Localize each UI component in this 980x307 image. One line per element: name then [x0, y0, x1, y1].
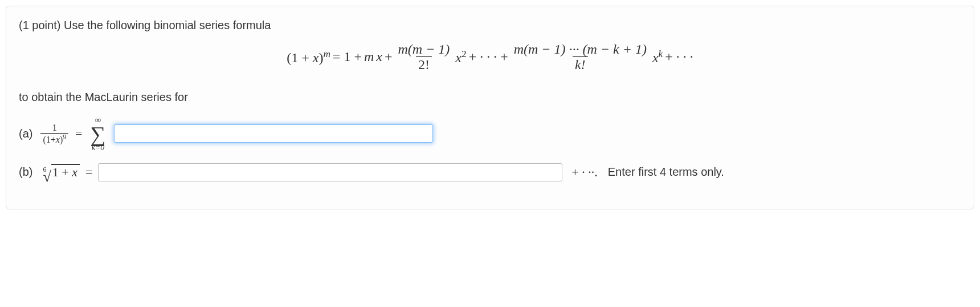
part-b-root: 6 √ 1 + x	[39, 164, 79, 180]
part-b-input[interactable]	[98, 163, 562, 181]
term2-num: m(m − 1)	[395, 42, 452, 56]
part-a-den-var: x	[56, 135, 60, 144]
lhs-exp: m	[323, 49, 330, 59]
part-a-den: (1+x)9	[40, 133, 68, 145]
summation-symbol: ∞ ∑ k=0	[90, 116, 105, 152]
term2-xpow: x2	[455, 49, 466, 66]
sigma-icon: ∑	[90, 124, 105, 144]
part-a-num: 1	[50, 123, 59, 133]
lhs-open: (1 +	[287, 50, 313, 65]
problem-container: (1 point) Use the following binomial ser…	[6, 6, 974, 209]
radicand-pre: 1 +	[52, 165, 72, 179]
radicand: 1 + x	[51, 164, 80, 180]
formula-trail: + · · ·	[665, 49, 693, 64]
part-b-trail-text: Enter first 4 terms only.	[608, 165, 724, 179]
radicand-var: x	[72, 165, 77, 179]
term2-fraction: m(m − 1) 2!	[395, 42, 452, 72]
formula-eq: = 1 +	[333, 49, 362, 64]
radical-icon: √	[43, 172, 51, 181]
part-b-label: (b)	[19, 165, 32, 179]
plus-dots: + · · · +	[469, 49, 508, 64]
part-a-den-exp: 9	[63, 134, 66, 140]
part-b-trail-math: + · ··.	[571, 165, 597, 180]
term2-den: 2!	[416, 56, 432, 72]
term-mx-x: x	[376, 49, 382, 64]
termk-num: m(m − 1) ··· (m − k + 1)	[512, 42, 649, 56]
termk-exp: k	[659, 49, 663, 59]
part-a-input[interactable]	[114, 124, 433, 143]
binomial-formula: (1 + x)m = 1 + mx + m(m − 1) 2! x2 + · ·…	[19, 42, 961, 72]
part-b-eq: =	[85, 165, 92, 180]
sum-lower: k=0	[92, 144, 105, 152]
termk-den: k!	[573, 56, 588, 72]
problem-intro-line: (1 point) Use the following binomial ser…	[19, 17, 961, 34]
formula-lhs: (1 + x)m	[287, 49, 330, 66]
term2-exp: 2	[462, 49, 467, 59]
termk-xpow: xk	[652, 49, 663, 66]
plus-1: +	[385, 49, 393, 64]
points-label: (1 point)	[19, 19, 64, 31]
part-a-label: (a)	[19, 127, 32, 140]
part-a-row: (a) 1 (1+x)9 = ∞ ∑ k=0	[19, 116, 961, 152]
part-b-row: (b) 6 √ 1 + x = + · ··. Enter first 4 te…	[19, 163, 961, 181]
lhs-var: x	[313, 50, 319, 65]
termk-x: x	[652, 50, 659, 65]
intro-text: Use the following binomial series formul…	[64, 19, 271, 31]
part-a-den-open: (1+	[43, 135, 55, 144]
term-mx-m: m	[364, 49, 374, 64]
term2-x: x	[455, 50, 462, 65]
part-a-expression: 1 (1+x)9	[40, 123, 68, 145]
termk-fraction: m(m − 1) ··· (m − k + 1) k!	[512, 42, 649, 72]
part-a-eq: =	[75, 126, 82, 141]
problem-outro-line: to obtain the MacLaurin series for	[19, 88, 961, 106]
